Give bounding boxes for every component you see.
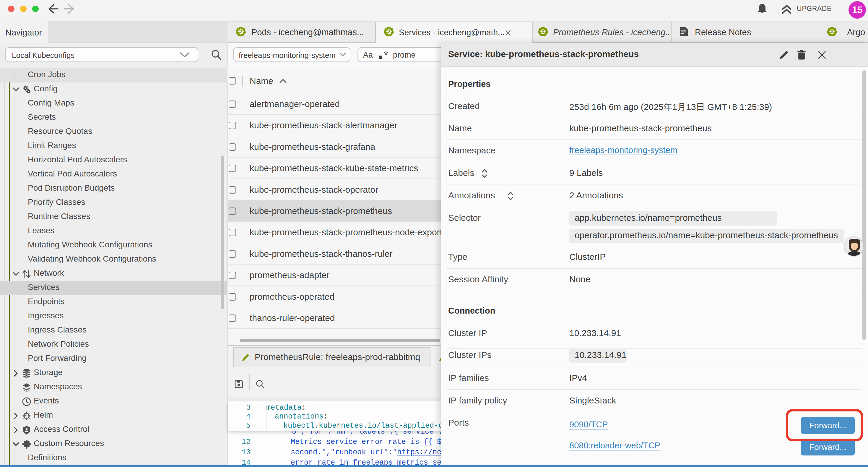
svg-text:*: * [384,50,388,60]
svg-text:HELM: HELM [23,415,30,418]
